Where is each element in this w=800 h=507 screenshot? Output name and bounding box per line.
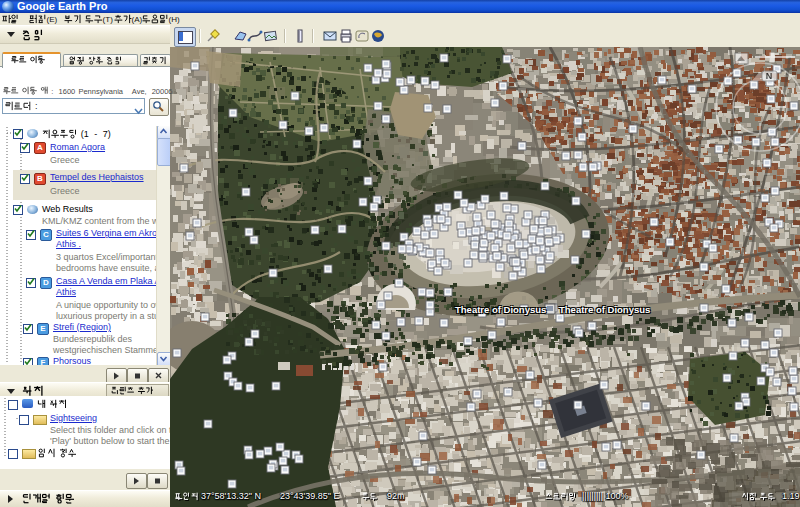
- svg-text:1600: 1600: [59, 87, 76, 96]
- svg-text::: :: [51, 87, 53, 96]
- svg-text:20006: 20006: [152, 87, 173, 96]
- svg-text:(E): (E): [47, 15, 58, 24]
- svg-text:(A): (A): [132, 15, 143, 24]
- svg-text:7): 7): [103, 129, 111, 139]
- svg-text:-: -: [94, 129, 97, 139]
- svg-text:N: N: [766, 71, 773, 81]
- svg-text:(H): (H): [169, 15, 180, 24]
- svg-text:(1: (1: [81, 129, 89, 139]
- svg-text:Pennsylvania: Pennsylvania: [78, 87, 123, 96]
- svg-text:(T): (T): [103, 15, 114, 24]
- svg-text:Ave,: Ave,: [132, 87, 147, 96]
- svg-text::: :: [35, 101, 38, 111]
